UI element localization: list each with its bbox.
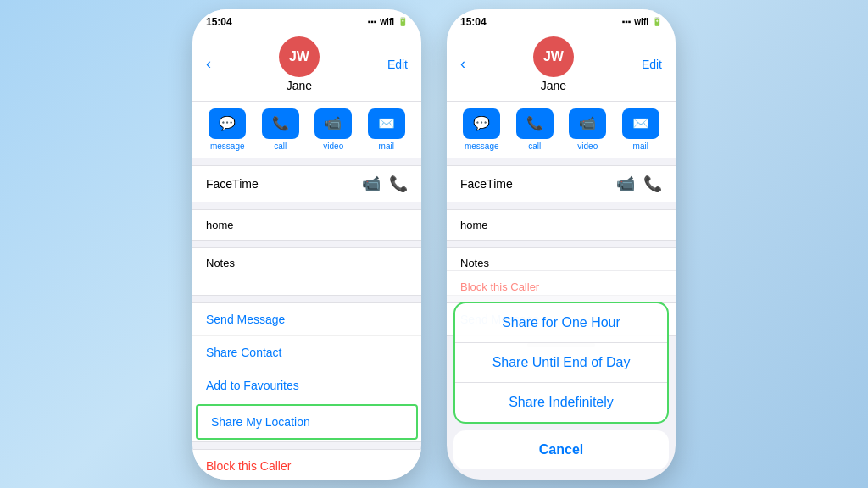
avatar-left: JW [279, 36, 320, 77]
call-label-right: call [528, 141, 541, 151]
mail-action-right[interactable]: ✉️ mail [622, 108, 659, 151]
home-row-right: home [447, 210, 676, 240]
action-sheet: Share for One Hour Share Until End of Da… [453, 302, 669, 424]
call-action-right[interactable]: 📞 call [516, 108, 554, 151]
mail-label-right: mail [633, 141, 648, 151]
call-label-left: call [274, 141, 287, 151]
message-icon-left: 💬 [209, 108, 246, 139]
block-caller-left[interactable]: Block this Caller [192, 450, 421, 480]
mail-action-left[interactable]: ✉️ mail [368, 108, 405, 151]
avatar-right: JW [533, 36, 574, 77]
signal-icon: ▪▪▪ [368, 17, 377, 26]
video-action-right[interactable]: 📹 video [569, 108, 606, 151]
action-list-left: Send Message Share Contact Add to Favour… [192, 302, 421, 442]
notes-section-left: Notes [192, 247, 421, 296]
message-action-left[interactable]: 💬 message [209, 108, 246, 151]
wifi-icon-right: wifi [634, 17, 648, 26]
video-action-left[interactable]: 📹 video [314, 108, 352, 151]
call-icon-right: 📞 [516, 108, 554, 139]
call-action-left[interactable]: 📞 call [262, 108, 299, 151]
left-phone: 15:04 ▪▪▪ wifi 🔋 ‹ JW Jane Edit 💬 messag… [192, 9, 421, 480]
back-button-left[interactable]: ‹ [206, 55, 211, 73]
contact-info-left: JW Jane [279, 36, 320, 92]
facetime-row-left: FaceTime 📹 📞 [192, 165, 421, 202]
contact-header-left: ‹ JW Jane Edit [192, 31, 421, 102]
cancel-button-sheet[interactable]: Cancel [453, 430, 669, 469]
info-section-right: home [447, 209, 676, 241]
mail-label-left: mail [379, 141, 394, 151]
mail-icon-left: ✉️ [368, 108, 405, 139]
call-icon-left: 📞 [262, 108, 299, 139]
facetime-icons-right: 📹 📞 [616, 175, 662, 193]
share-end-of-day[interactable]: Share Until End of Day [455, 343, 667, 383]
contact-header-right: ‹ JW Jane Edit [447, 31, 676, 102]
video-icon-left: 📹 [314, 108, 352, 139]
facetime-phone-icon-left[interactable]: 📞 [389, 175, 408, 193]
back-button-right[interactable]: ‹ [460, 55, 465, 73]
message-action-right[interactable]: 💬 message [463, 108, 500, 151]
block-caller-right-bg: Block this Caller [460, 280, 539, 293]
edit-button-left[interactable]: Edit [387, 58, 408, 71]
facetime-video-icon-left[interactable]: 📹 [362, 175, 381, 193]
notes-row-left: Notes [192, 248, 421, 295]
status-time-left: 15:04 [206, 16, 232, 28]
facetime-icons-left: 📹 📞 [362, 175, 408, 193]
action-sheet-overlay: Block this Caller Share for One Hour Sha… [447, 270, 676, 480]
action-buttons-left: 💬 message 📞 call 📹 video ✉️ mail [192, 102, 421, 158]
facetime-video-icon-right[interactable]: 📹 [616, 175, 635, 193]
status-bar-right: 15:04 ▪▪▪ wifi 🔋 [447, 9, 676, 31]
facetime-phone-icon-right[interactable]: 📞 [643, 175, 662, 193]
info-section-left: home [192, 209, 421, 241]
facetime-label-right: FaceTime [460, 177, 513, 191]
contact-name-right: Jane [541, 79, 566, 92]
status-time-right: 15:04 [460, 16, 487, 28]
facetime-label-left: FaceTime [206, 177, 259, 191]
share-indefinitely[interactable]: Share Indefinitely [455, 383, 667, 422]
danger-section-left: Block this Caller [192, 449, 421, 480]
video-label-left: video [323, 141, 343, 151]
video-label-right: video [577, 141, 598, 151]
action-buttons-right: 💬 message 📞 call 📹 video ✉️ mail [447, 102, 676, 158]
message-icon-right: 💬 [463, 108, 500, 139]
contact-name-left: Jane [287, 79, 312, 92]
send-message-left[interactable]: Send Message [192, 303, 421, 336]
home-row-left: home [192, 210, 421, 240]
status-icons-left: ▪▪▪ wifi 🔋 [368, 17, 408, 26]
status-bar-left: 15:04 ▪▪▪ wifi 🔋 [192, 9, 421, 31]
facetime-row-right: FaceTime 📹 📞 [447, 165, 676, 202]
edit-button-right[interactable]: Edit [642, 58, 662, 71]
message-label-right: message [465, 141, 499, 151]
share-contact-left[interactable]: Share Contact [192, 336, 421, 369]
status-icons-right: ▪▪▪ wifi 🔋 [622, 17, 662, 26]
share-location-left[interactable]: Share My Location [196, 404, 418, 440]
battery-icon-right: 🔋 [652, 17, 662, 26]
signal-icon-right: ▪▪▪ [622, 17, 632, 26]
mail-icon-right: ✉️ [622, 108, 659, 139]
message-label-left: message [210, 141, 245, 151]
contact-info-right: JW Jane [533, 36, 574, 92]
battery-icon: 🔋 [398, 17, 408, 26]
wifi-icon: wifi [380, 17, 394, 26]
add-favourites-left[interactable]: Add to Favourites [192, 369, 421, 402]
video-icon-right: 📹 [569, 108, 606, 139]
right-phone: 15:04 ▪▪▪ wifi 🔋 ‹ JW Jane Edit 💬 messag… [447, 9, 676, 480]
share-one-hour[interactable]: Share for One Hour [455, 303, 667, 343]
